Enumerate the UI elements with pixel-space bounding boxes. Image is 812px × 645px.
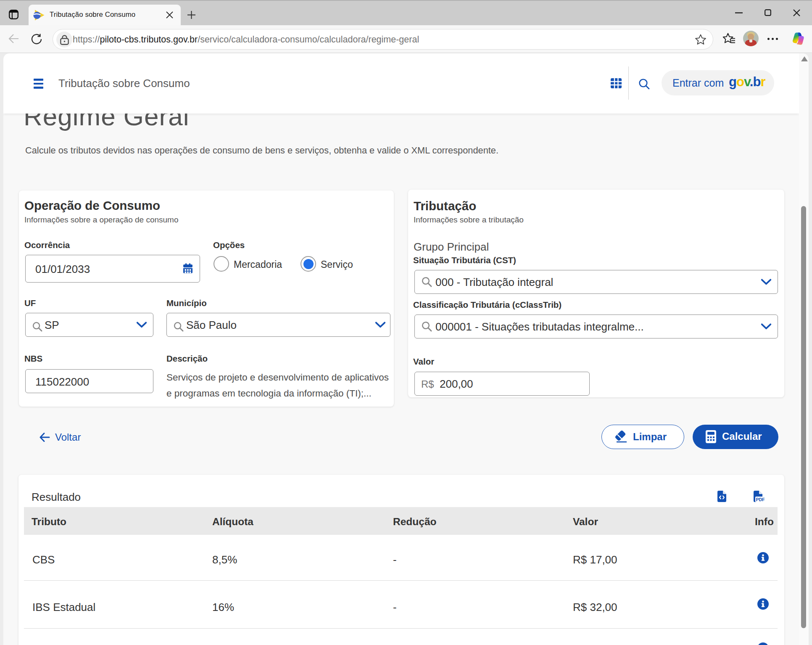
- svg-text:PDF: PDF: [756, 497, 765, 502]
